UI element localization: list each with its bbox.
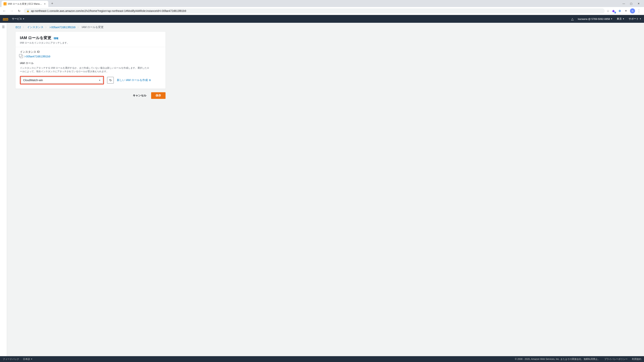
addr-right: ☆ ◆7 ✻ ✦ h ⋮ bbox=[606, 8, 642, 13]
instance-id-label: インスタンス ID bbox=[20, 50, 161, 54]
card-title: IAM ロールを変更 bbox=[20, 35, 52, 40]
chevron-right-icon: 〉 bbox=[23, 26, 25, 29]
tab-title: IAM ロールを変更 | EC2 Manageme bbox=[8, 2, 42, 6]
aws-logo[interactable]: aws bbox=[3, 17, 8, 21]
notifications-icon[interactable]: △ bbox=[571, 17, 574, 21]
maximize-button[interactable]: ▢ bbox=[629, 2, 633, 5]
address-bar: ← → ↻ 🔒 ap-northeast-1.console.aws.amazo… bbox=[0, 7, 644, 15]
main-row: ☰ EC2 〉 インスタンス 〉 i-00fae472d613f81b9 〉 I… bbox=[0, 23, 644, 356]
url-field[interactable]: 🔒 ap-northeast-1.console.aws.amazon.com/… bbox=[24, 8, 605, 13]
create-iam-role-link[interactable]: 新しい IAM ロールを作成 ⧉ bbox=[117, 78, 151, 82]
browser-menu-icon[interactable]: ⋮ bbox=[637, 9, 641, 13]
support-menu[interactable]: サポート ▼ bbox=[628, 17, 641, 21]
copyright-text: © 2008 - 2020, Amazon Web Services, Inc.… bbox=[515, 358, 600, 361]
caret-down-icon: ▼ bbox=[31, 358, 32, 360]
window-controls: — ▢ ✕ bbox=[622, 2, 642, 5]
sidebar-toggle: ☰ bbox=[0, 23, 7, 356]
extensions-icon[interactable]: ✦ bbox=[624, 9, 628, 13]
breadcrumb-current: IAM ロールを変更 bbox=[82, 25, 104, 29]
tab-bar: IAM ロールを変更 | EC2 Manageme × + — ▢ ✕ bbox=[0, 0, 644, 7]
iam-role-description: インスタンスにアタッチする IAM ロールを選択するか、まだ作成していない場合は… bbox=[20, 66, 150, 73]
chevron-down-icon: ▼ bbox=[99, 79, 101, 81]
close-icon[interactable]: × bbox=[43, 2, 46, 5]
new-tab-button[interactable]: + bbox=[50, 1, 55, 6]
info-link[interactable]: 情報 bbox=[54, 37, 58, 40]
feedback-link[interactable]: フィードバック bbox=[3, 358, 19, 361]
iam-role-label: IAM ロール bbox=[20, 61, 161, 65]
language-select[interactable]: 日本語 ▼ bbox=[23, 358, 32, 361]
bookmark-star-icon[interactable]: ☆ bbox=[606, 9, 609, 13]
region-menu[interactable]: 東京 ▼ bbox=[617, 17, 624, 21]
chevron-right-icon: 〉 bbox=[78, 26, 80, 29]
card-subtitle: IAM ロールをインスタンスにアタッチします。 bbox=[20, 41, 161, 44]
caret-down-icon: ▼ bbox=[611, 18, 612, 20]
refresh-button[interactable]: ↻ bbox=[16, 9, 22, 13]
forward-button[interactable]: → bbox=[9, 9, 14, 13]
services-menu[interactable]: サービス ▼ bbox=[12, 17, 24, 21]
external-link-icon: ⧉ bbox=[149, 79, 151, 82]
caret-down-icon: ▼ bbox=[622, 18, 624, 20]
breadcrumb: EC2 〉 インスタンス 〉 i-00fae472d613f81b9 〉 IAM… bbox=[16, 25, 640, 29]
role-row: CloudWatch-win ▼ ↻ 新しい IAM ロールを作成 ⧉ bbox=[20, 76, 161, 84]
extension-purple-icon[interactable]: ◆7 bbox=[611, 9, 616, 13]
account-menu[interactable]: kazaana @ 5769-5092-0858 ▼ bbox=[578, 17, 612, 20]
role-select-highlight: CloudWatch-win ▼ bbox=[20, 76, 104, 84]
url-text: ap-northeast-1.console.aws.amazon.com/ec… bbox=[31, 9, 186, 12]
save-button[interactable]: 保存 bbox=[151, 92, 166, 99]
profile-avatar[interactable]: h bbox=[630, 8, 635, 13]
caret-down-icon: ▼ bbox=[640, 18, 641, 20]
breadcrumb-ec2[interactable]: EC2 bbox=[16, 26, 21, 29]
breadcrumb-instance-id[interactable]: i-00fae472d613f81b9 bbox=[50, 26, 75, 29]
hamburger-icon[interactable]: ☰ bbox=[2, 25, 5, 356]
action-bar: キャンセル 保存 bbox=[16, 89, 166, 102]
card-body: インスタンス ID i-00fae472d613f81b9 IAM ロール イン… bbox=[16, 47, 166, 89]
aws-favicon bbox=[4, 2, 6, 5]
instance-id-row: i-00fae472d613f81b9 bbox=[20, 55, 161, 58]
extension-blue-icon[interactable]: ✻ bbox=[618, 9, 622, 13]
aws-header: aws サービス ▼ △ kazaana @ 5769-5092-0858 ▼ … bbox=[0, 15, 644, 23]
browser-chrome: IAM ロールを変更 | EC2 Manageme × + — ▢ ✕ ← → … bbox=[0, 0, 644, 15]
browser-tab[interactable]: IAM ロールを変更 | EC2 Manageme × bbox=[2, 1, 48, 7]
lock-icon: 🔒 bbox=[26, 9, 30, 12]
breadcrumb-instances[interactable]: インスタンス bbox=[27, 25, 44, 29]
privacy-link[interactable]: プライバシーポリシー bbox=[604, 358, 628, 361]
back-button[interactable]: ← bbox=[2, 9, 7, 13]
close-window-button[interactable]: ✕ bbox=[636, 2, 640, 5]
cancel-button[interactable]: キャンセル bbox=[132, 92, 148, 99]
chevron-right-icon: 〉 bbox=[45, 26, 48, 29]
card-header: IAM ロールを変更 情報 IAM ロールをインスタンスにアタッチします。 bbox=[16, 32, 166, 47]
modify-iam-role-card: IAM ロールを変更 情報 IAM ロールをインスタンスにアタッチします。 イン… bbox=[16, 32, 166, 89]
role-selected-value: CloudWatch-win bbox=[23, 79, 43, 82]
terms-link[interactable]: 利用規約 bbox=[632, 358, 641, 361]
iam-role-select[interactable]: CloudWatch-win ▼ bbox=[21, 77, 103, 83]
minimize-button[interactable]: — bbox=[622, 2, 626, 5]
aws-footer: フィードバック 日本語 ▼ © 2008 - 2020, Amazon Web … bbox=[0, 356, 644, 362]
content: EC2 〉 インスタンス 〉 i-00fae472d613f81b9 〉 IAM… bbox=[7, 23, 644, 356]
copy-icon[interactable] bbox=[20, 55, 23, 58]
refresh-roles-button[interactable]: ↻ bbox=[107, 77, 114, 83]
instance-id-link[interactable]: i-00fae472d613f81b9 bbox=[24, 55, 50, 58]
caret-down-icon: ▼ bbox=[23, 18, 24, 20]
